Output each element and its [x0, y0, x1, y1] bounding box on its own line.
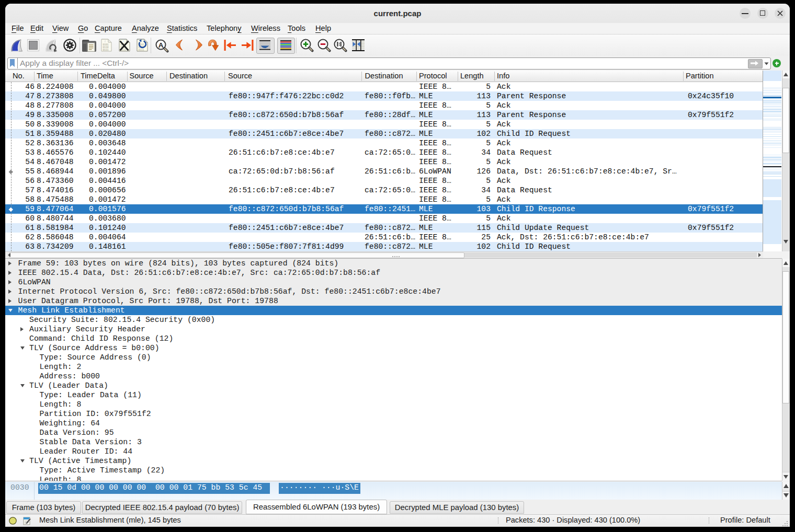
- svg-text:0111: 0111: [103, 49, 108, 51]
- svg-text:0111: 0111: [138, 49, 144, 51]
- svg-text:A: A: [158, 41, 164, 49]
